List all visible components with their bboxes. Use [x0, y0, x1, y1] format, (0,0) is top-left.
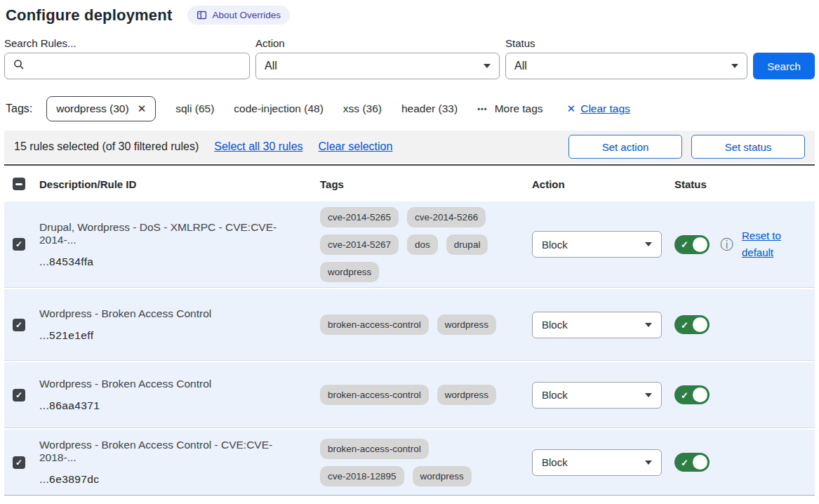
- rule-action-select[interactable]: Block: [532, 312, 662, 338]
- search-rules-input[interactable]: [30, 60, 241, 72]
- table-header: Description/Rule ID Tags Action Status: [4, 164, 815, 201]
- rule-description: Wordpress - Broken Access Control: [39, 378, 303, 390]
- rule-tags: broken-access-control wordpress: [320, 314, 506, 335]
- row-checkbox[interactable]: ✓: [13, 238, 25, 251]
- selection-bar: 15 rules selected (of 30 filtered rules)…: [4, 131, 815, 163]
- page-header: Configure deployment About Overrides: [6, 6, 815, 25]
- check-icon: ✓: [15, 391, 22, 399]
- action-filter-select[interactable]: All: [255, 53, 500, 79]
- tag-filter-sqli[interactable]: sqli (65): [175, 102, 214, 115]
- rule-tags: broken-access-control wordpress: [320, 385, 506, 405]
- about-overrides-badge[interactable]: About Overrides: [187, 6, 290, 25]
- status-filter-select[interactable]: All: [505, 53, 747, 79]
- check-icon: ✓: [681, 457, 688, 467]
- tag-filter-header[interactable]: header (33): [401, 102, 458, 115]
- toggle-knob: [693, 455, 707, 470]
- column-header-status: Status: [674, 178, 815, 190]
- selected-tag-label: wordpress (30): [56, 102, 128, 115]
- rule-description: Wordpress - Broken Access Control: [39, 307, 303, 320]
- rule-status-toggle[interactable]: ✓: [674, 453, 710, 472]
- info-icon[interactable]: ⓘ: [720, 238, 733, 251]
- search-icon: [13, 59, 25, 73]
- search-rules-label: Search Rules...: [4, 37, 250, 49]
- rule-action-value: Block: [542, 319, 568, 331]
- chevron-down-icon: [645, 323, 652, 327]
- tag-pill: cve-2014-5265: [320, 207, 399, 227]
- rule-status-toggle[interactable]: ✓: [674, 235, 710, 254]
- rule-action-value: Block: [542, 456, 568, 468]
- column-header-tags: Tags: [320, 178, 532, 190]
- rule-id: ...84534ffa: [39, 256, 303, 268]
- about-overrides-label: About Overrides: [212, 10, 281, 20]
- rule-id: ...6e3897dc: [39, 473, 303, 486]
- tag-filter-xss[interactable]: xss (36): [343, 102, 382, 115]
- selected-tag-wordpress[interactable]: wordpress (30) ✕: [46, 96, 156, 121]
- selection-summary: 15 rules selected (of 30 filtered rules): [14, 140, 199, 153]
- table-row: ✓ Wordpress - Broken Access Control - CV…: [4, 430, 815, 496]
- row-checkbox[interactable]: ✓: [13, 389, 25, 402]
- toggle-knob: [693, 317, 707, 332]
- more-tags-button[interactable]: ••• More tags: [477, 102, 542, 115]
- rule-status-toggle[interactable]: ✓: [674, 315, 710, 334]
- tag-pill: drupal: [446, 234, 488, 255]
- clear-selection-link[interactable]: Clear selection: [319, 140, 393, 153]
- check-icon: ✓: [681, 319, 688, 330]
- chevron-down-icon: [645, 393, 652, 397]
- check-icon: ✓: [681, 239, 688, 250]
- status-filter-value: All: [514, 60, 527, 72]
- set-status-button[interactable]: Set status: [691, 135, 805, 159]
- rule-action-select[interactable]: Block: [532, 231, 662, 258]
- search-input-box: [4, 53, 250, 79]
- clear-tags-button[interactable]: ✕ Clear tags: [567, 102, 630, 115]
- reset-to-default-link[interactable]: Reset to default: [742, 227, 788, 261]
- select-all-link[interactable]: Select all 30 rules: [214, 140, 302, 153]
- column-header-action: Action: [532, 178, 674, 190]
- status-filter-label: Status: [505, 37, 747, 49]
- search-rules-group: Search Rules...: [4, 37, 250, 79]
- filters-row: Search Rules... Action All Status: [4, 37, 815, 79]
- rule-description: Drupal, Wordpress - DoS - XMLRPC - CVE:C…: [39, 221, 303, 246]
- rule-id: ...86aa4371: [39, 399, 303, 412]
- tag-filter-code-injection[interactable]: code-injection (48): [234, 102, 324, 115]
- check-icon: ✓: [15, 240, 22, 248]
- row-checkbox[interactable]: ✓: [13, 319, 25, 331]
- column-header-description: Description/Rule ID: [39, 178, 320, 190]
- rule-action-value: Block: [542, 239, 568, 251]
- action-filter-value: All: [265, 60, 277, 72]
- book-icon: [197, 10, 207, 20]
- set-action-button[interactable]: Set action: [568, 135, 682, 159]
- chevron-down-icon: [484, 64, 491, 68]
- status-filter-group: Status All: [505, 37, 747, 79]
- tag-pill: cve-2014-5267: [320, 234, 399, 255]
- select-all-checkbox[interactable]: [13, 178, 25, 190]
- page-title: Configure deployment: [6, 6, 172, 25]
- table-row: ✓ Wordpress - Broken Access Control ...8…: [4, 362, 815, 428]
- toggle-knob: [693, 237, 707, 252]
- rule-action-select[interactable]: Block: [532, 449, 662, 476]
- tag-pill: wordpress: [437, 385, 496, 405]
- ellipsis-icon: •••: [477, 105, 488, 113]
- tag-pill: broken-access-control: [320, 314, 429, 335]
- tag-pill: broken-access-control: [320, 385, 429, 405]
- tags-bar: Tags: wordpress (30) ✕ sqli (65) code-in…: [6, 96, 815, 121]
- tag-pill: wordpress: [413, 466, 472, 486]
- clear-x-icon: ✕: [567, 102, 576, 115]
- table-row: ✓ Wordpress - Broken Access Control ...5…: [4, 289, 815, 361]
- check-icon: ✓: [15, 458, 22, 467]
- rule-status-toggle[interactable]: ✓: [674, 385, 710, 404]
- search-button[interactable]: Search: [753, 53, 815, 79]
- action-filter-group: Action All: [255, 37, 500, 79]
- rule-action-value: Block: [542, 389, 568, 401]
- action-filter-label: Action: [255, 37, 500, 49]
- chevron-down-icon: [645, 460, 652, 465]
- rule-action-select[interactable]: Block: [532, 382, 662, 409]
- toggle-knob: [693, 387, 707, 402]
- close-icon[interactable]: ✕: [138, 102, 147, 115]
- row-checkbox[interactable]: ✓: [13, 456, 25, 469]
- tag-pill: cve-2014-5266: [407, 207, 486, 227]
- tag-pill: broken-access-control: [320, 439, 429, 459]
- more-tags-label: More tags: [495, 102, 543, 115]
- chevron-down-icon: [731, 64, 738, 68]
- rule-tags: broken-access-control cve-2018-12895 wor…: [320, 439, 506, 486]
- clear-tags-label: Clear tags: [580, 102, 630, 115]
